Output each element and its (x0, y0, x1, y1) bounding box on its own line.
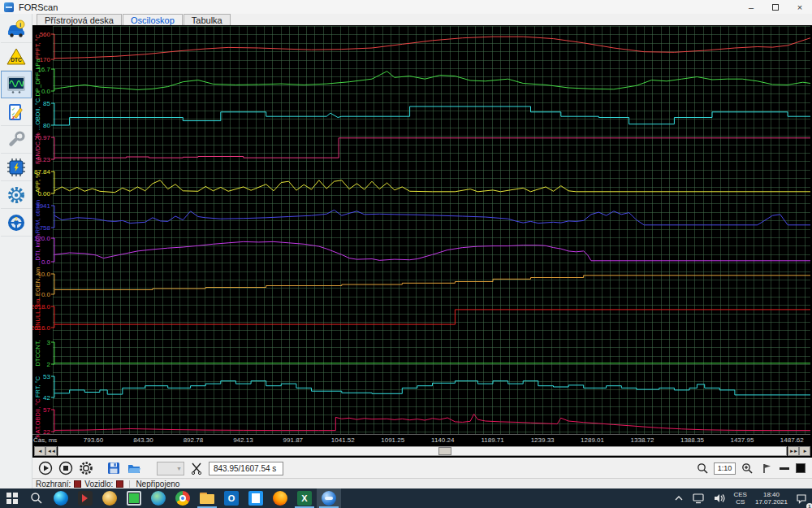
x-tick-label: 892.78 (184, 436, 204, 444)
interface-label: Rozhraní: (36, 480, 71, 488)
tab-tabulka[interactable]: Tabulka (184, 14, 231, 25)
network-status-button[interactable] (689, 488, 708, 508)
scrollbar-thumb[interactable] (438, 447, 451, 455)
taskbar-icon-globe-app[interactable] (146, 488, 171, 508)
language-code: CES (734, 491, 747, 498)
record-options-button[interactable] (78, 460, 94, 476)
sidebar-item-settings[interactable] (1, 181, 32, 209)
sidebar-item-tests[interactable]: ✓ ✓ ✗ (1, 98, 32, 126)
channel-max-value: 3941 (36, 202, 50, 210)
dtc-warning-icon: DTC (6, 46, 27, 67)
svg-text:?: ? (14, 216, 17, 222)
sidebar-item-vehicle-info[interactable]: i (1, 15, 32, 43)
titlebar: FORScan – × (0, 0, 812, 14)
notification-center-button[interactable]: 1 (793, 488, 810, 508)
taskbar-icon-file-explorer[interactable] (195, 488, 219, 508)
tab-pristrojova-deska[interactable]: Přístrojová deska (37, 14, 122, 25)
zoom-in-icon (741, 462, 754, 475)
channel-min-value: 170 (40, 56, 51, 63)
open-button[interactable] (126, 460, 142, 476)
outlook-icon: O (224, 491, 239, 506)
scroll-left-end-icon[interactable]: ◄◄ (45, 446, 57, 456)
marker-button[interactable] (758, 460, 775, 476)
save-button[interactable] (106, 460, 122, 476)
display-app-icon (127, 491, 141, 506)
zoom-ratio-value: 1:10 (718, 464, 732, 472)
close-button[interactable]: × (788, 0, 812, 14)
zoom-out-button[interactable] (694, 460, 710, 476)
stop-button[interactable] (58, 460, 74, 476)
forscan-taskbar-icon (322, 491, 336, 506)
taskbar-icon-gold-app[interactable] (97, 488, 122, 508)
record-select-dropdown[interactable]: ▼ (157, 462, 184, 475)
stop-icon (58, 461, 73, 475)
sidebar-item-programming[interactable] (1, 154, 32, 181)
tray-chevron-button[interactable] (671, 488, 687, 508)
sidebar-item-service[interactable] (1, 126, 32, 154)
taskbar-icon-chrome[interactable] (171, 488, 195, 508)
channel-min-value: 42 (43, 394, 50, 402)
tests-checklist-icon: ✓ ✓ ✗ (6, 102, 27, 123)
scroll-right-icon[interactable]: ►► (788, 446, 799, 456)
taskbar-clock[interactable]: 18:40 17.07.2021 (752, 488, 791, 508)
channel-name-label: ...DP_DPF, kPa (34, 59, 41, 102)
close-icon: × (797, 2, 802, 12)
sidebar-item-oscilloscope[interactable] (1, 71, 32, 98)
taskbar-icon-firefox[interactable] (268, 488, 292, 508)
taskbar-search-button[interactable] (24, 488, 49, 508)
volume-button[interactable] (710, 488, 729, 508)
minimize-button[interactable]: – (739, 0, 763, 14)
vehicle-status-led (116, 480, 123, 488)
scroll-right-end-icon[interactable]: ► (799, 446, 810, 456)
taskbar-icon-media-app[interactable] (73, 488, 97, 508)
car-info-icon: i (6, 19, 27, 40)
channel-max-value: 70.97 (34, 134, 51, 141)
channel-name-label: ...KAT.OBDII, °C (34, 398, 41, 443)
zoom-out-icon (697, 462, 709, 475)
playback-position-display: 843.95/1607.54 s (209, 462, 283, 475)
channel-max-value: 16.7 (37, 66, 50, 73)
scrollbar-track[interactable] (58, 446, 787, 456)
taskbar-icon-journal[interactable] (244, 488, 268, 508)
svg-text:i: i (19, 20, 20, 28)
background-color-button[interactable] (794, 462, 807, 475)
language-indicator[interactable]: CES CS (731, 488, 750, 508)
taskbar-icon-forscan[interactable] (317, 488, 341, 508)
tab-osciloskop[interactable]: Osciloskop (123, 14, 183, 25)
restore-button[interactable] (763, 0, 788, 14)
clock-date: 17.07.2021 (755, 498, 788, 506)
x-tick-label: 1239.33 (531, 436, 555, 444)
scope-plot-area[interactable] (53, 26, 810, 434)
transport-toolbar: ▼ 843.95/1607.54 s (32, 458, 812, 478)
channel-min-value: 2 (47, 361, 51, 368)
channel-max-value: 53 (43, 373, 50, 380)
open-folder-icon (127, 461, 141, 475)
taskbar-icon-outlook[interactable]: O (219, 488, 244, 508)
channel-max-value: 120.0 (34, 235, 51, 242)
cut-fragment-button[interactable] (188, 460, 205, 476)
windows-taskbar: O X (0, 488, 812, 508)
channel-max-value: 57 (43, 406, 50, 414)
taskbar-icon-edge[interactable] (49, 488, 73, 508)
sidebar-item-dtc[interactable]: DTC (1, 43, 32, 71)
media-app-icon (78, 491, 93, 506)
channel-min-value: 2616.0 (32, 324, 51, 332)
scroll-left-icon[interactable]: ◄ (34, 446, 45, 456)
taskbar-icon-display-app[interactable] (122, 488, 146, 508)
taskbar-icon-excel[interactable]: X (292, 488, 317, 508)
firefox-icon (273, 491, 287, 506)
edge-icon (54, 491, 68, 506)
keyboard-code: CS (736, 498, 745, 506)
zoom-in-button[interactable] (739, 460, 755, 476)
restore-icon (772, 4, 779, 11)
play-button[interactable] (37, 460, 54, 476)
steering-wheel-help-icon: ? (6, 212, 27, 233)
gold-app-icon (102, 491, 117, 506)
line-style-button[interactable] (778, 462, 791, 475)
gear-icon (6, 185, 27, 206)
x-tick-label: 1140.24 (431, 436, 455, 444)
channel-max-value: 10.0 (37, 271, 50, 278)
start-button[interactable] (0, 488, 24, 508)
sidebar-item-about[interactable]: ? (1, 209, 32, 237)
channel-name-label: FAN/DC, % (34, 132, 41, 164)
